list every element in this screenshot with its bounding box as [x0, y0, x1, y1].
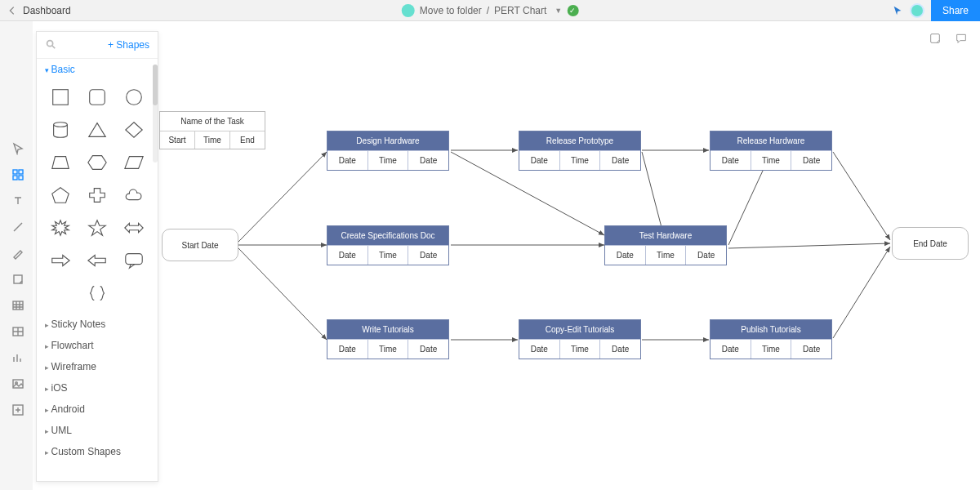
svg-rect-13 — [90, 90, 105, 105]
shape-triangle-icon[interactable] — [83, 119, 110, 140]
category-uml[interactable]: UML — [37, 420, 158, 441]
svg-point-15 — [53, 122, 67, 127]
cell-date: Date — [686, 245, 726, 265]
category-wireframe[interactable]: Wireframe — [37, 356, 158, 377]
svg-point-14 — [127, 90, 142, 105]
breadcrumb-caret-icon[interactable]: ▼ — [555, 7, 562, 15]
cell-date: Date — [605, 245, 646, 265]
shape-burst-icon[interactable] — [47, 217, 74, 238]
category-ios[interactable]: iOS — [37, 377, 158, 399]
shapes-panel: Shapes Basic Sticky Notes Flowchart Wire… — [36, 31, 158, 482]
category-sticky-notes[interactable]: Sticky Notes — [37, 314, 158, 335]
cursor-presence-icon — [892, 5, 903, 16]
shape-star-icon[interactable] — [83, 217, 110, 238]
cell-time: Time — [368, 245, 409, 265]
cell-date: Date — [600, 150, 640, 170]
node-write-tutorials[interactable]: Write Tutorials DateTimeDate — [327, 319, 449, 359]
node-release-prototype[interactable]: Release Prototype DateTimeDate — [519, 131, 641, 171]
category-android[interactable]: Android — [37, 399, 158, 420]
node-title: Copy-Edit Tutorials — [519, 320, 640, 339]
category-custom-shapes[interactable]: Custom Shapes — [37, 441, 158, 462]
breadcrumb-file[interactable]: PERT Chart — [494, 5, 546, 16]
shape-hexagon-icon[interactable] — [83, 152, 110, 173]
shape-trapezoid-icon[interactable] — [47, 152, 74, 173]
share-button[interactable]: Share — [931, 0, 980, 21]
user-avatar-icon[interactable] — [910, 3, 924, 18]
breadcrumb-separator: / — [487, 5, 489, 16]
shape-arrow-right-icon[interactable] — [47, 250, 74, 271]
category-flowchart[interactable]: Flowchart — [37, 335, 158, 356]
svg-point-11 — [47, 41, 53, 47]
svg-rect-1 — [13, 170, 17, 174]
svg-rect-2 — [19, 170, 23, 174]
cell-time: Time — [560, 339, 601, 359]
saved-check-icon: ✓ — [567, 5, 578, 16]
node-test-hardware[interactable]: Test Hardware DateTimeDate — [604, 225, 727, 265]
shape-arrow-left-icon[interactable] — [83, 250, 110, 271]
legend-cell-end: End — [230, 131, 265, 149]
node-title: Release Prototype — [519, 131, 640, 150]
dashboard-link[interactable]: Dashboard — [23, 5, 71, 16]
cell-date: Date — [327, 245, 368, 265]
shape-pentagon-icon[interactable] — [47, 185, 74, 206]
shape-diamond-icon[interactable] — [121, 119, 148, 140]
shape-cloud-icon[interactable] — [121, 185, 148, 206]
node-start-date[interactable]: Start Date — [162, 229, 238, 261]
pen-tool-icon[interactable] — [10, 245, 26, 261]
node-title: Publish Tutorials — [710, 320, 831, 339]
shape-braces-icon[interactable] — [83, 283, 110, 304]
breadcrumb-folder[interactable]: Move to folder — [420, 5, 482, 16]
top-bar: Dashboard Move to folder / PERT Chart ▼ … — [0, 0, 980, 21]
shape-rounded-rect-icon[interactable] — [83, 87, 110, 108]
add-shapes-button[interactable]: Shapes — [108, 39, 149, 51]
shape-circle-icon[interactable] — [121, 87, 148, 108]
table-tool-icon[interactable] — [10, 297, 26, 314]
add-tool-icon[interactable] — [10, 402, 26, 418]
line-tool-icon[interactable] — [10, 219, 26, 235]
cell-date: Date — [791, 339, 831, 359]
left-toolbar — [10, 140, 29, 418]
node-end-date[interactable]: End Date — [892, 227, 969, 260]
diagram-canvas[interactable]: Name of the Task Start Time End Start Da… — [33, 21, 980, 490]
cell-time: Time — [751, 339, 792, 359]
comments-panel-icon[interactable] — [952, 29, 970, 47]
cell-date: Date — [408, 245, 448, 265]
node-design-hardware[interactable]: Design Hardware DateTimeDate — [327, 131, 449, 171]
cell-time: Time — [751, 150, 792, 170]
image-tool-icon[interactable] — [10, 376, 26, 392]
cell-date: Date — [408, 150, 448, 170]
legend-task-box[interactable]: Name of the Task Start Time End — [159, 111, 265, 149]
cell-date: Date — [791, 150, 831, 170]
node-release-hardware[interactable]: Release Hardware DateTimeDate — [710, 131, 832, 171]
text-tool-icon[interactable] — [10, 193, 26, 209]
note-tool-icon[interactable] — [10, 271, 26, 287]
shape-speech-bubble-icon[interactable] — [121, 250, 148, 271]
back-chevron-icon[interactable] — [7, 5, 18, 16]
cell-date: Date — [710, 150, 751, 170]
panel-scrollbar-thumb[interactable] — [153, 65, 158, 105]
node-publish-tutorials[interactable]: Publish Tutorials DateTimeDate — [710, 319, 832, 359]
cell-date: Date — [327, 339, 368, 359]
shape-cylinder-icon[interactable] — [47, 119, 74, 140]
svg-rect-3 — [13, 176, 17, 180]
select-tool-icon[interactable] — [10, 140, 26, 157]
shapes-tool-icon[interactable] — [10, 167, 26, 183]
shape-parallelogram-icon[interactable] — [121, 152, 148, 173]
category-basic[interactable]: Basic — [37, 59, 158, 80]
shape-plus-icon[interactable] — [83, 185, 110, 206]
node-copyedit-tutorials[interactable]: Copy-Edit Tutorials DateTimeDate — [519, 319, 641, 359]
node-title: Write Tutorials — [327, 320, 448, 339]
shape-double-arrow-icon[interactable] — [121, 217, 148, 238]
cell-time: Time — [368, 339, 409, 359]
breadcrumb: Move to folder / PERT Chart ▼ ✓ — [402, 4, 579, 17]
notes-panel-icon[interactable] — [926, 29, 944, 47]
grid-tool-icon[interactable] — [10, 323, 26, 340]
node-create-spec[interactable]: Create Specifications Doc DateTimeDate — [327, 225, 449, 265]
chart-tool-icon[interactable] — [10, 350, 26, 366]
shape-square-icon[interactable] — [47, 87, 74, 108]
cell-time: Time — [560, 150, 601, 170]
search-shapes-icon[interactable] — [45, 38, 56, 51]
canvas-top-right-tools — [926, 29, 970, 47]
node-title: Design Hardware — [327, 131, 448, 150]
cell-date: Date — [519, 150, 560, 170]
